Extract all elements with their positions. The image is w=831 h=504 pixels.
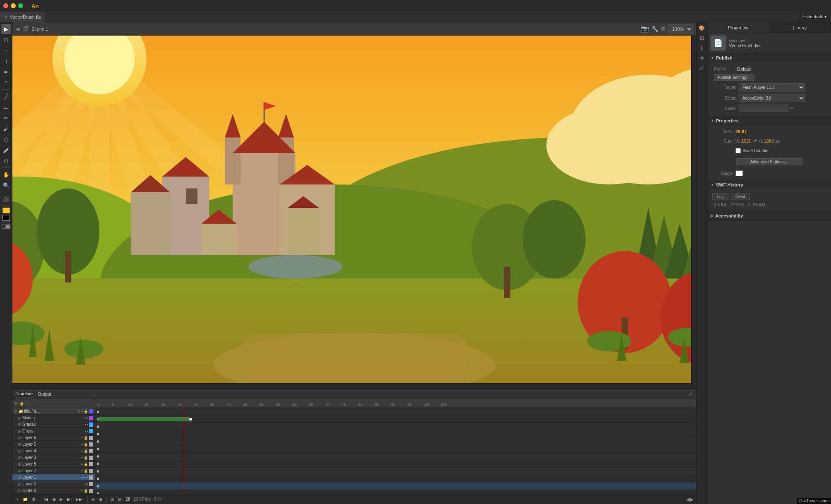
pen-tool[interactable]: ✒ — [1, 67, 11, 77]
insert-keyframe-btn[interactable]: ◈ — [90, 497, 96, 502]
free-transform-tool[interactable]: ⊹ — [1, 45, 11, 55]
paste-frames-btn[interactable]: ⊟ — [117, 497, 122, 502]
clear-button[interactable]: Clear — [731, 193, 750, 200]
insert-frame-btn[interactable]: ◉ — [98, 497, 104, 502]
ruler-mark-60: 60 — [292, 403, 297, 407]
log-button[interactable]: Log — [712, 193, 728, 200]
layer-row-8[interactable]: ⊞ Layer 8 • 🔒 — [12, 461, 95, 468]
snap-icon[interactable] — [2, 225, 6, 229]
eyedropper-tool[interactable]: 💉 — [1, 145, 11, 155]
layer-row-3[interactable]: ⊞ Layer 3 • 🔒 — [12, 454, 95, 461]
first-frame-btn[interactable]: |◀ — [43, 497, 50, 502]
lock-4[interactable]: 🔒 — [84, 449, 88, 453]
essentials-button[interactable]: Essentials ▾ — [798, 12, 831, 22]
zoom-select[interactable]: 100% — [668, 24, 693, 33]
layer-row-6[interactable]: ⊞ Layer 6 • 🔒 — [12, 435, 95, 441]
panel-icon-extra[interactable]: 🖊 — [698, 64, 706, 72]
layer-row-2[interactable]: ⊞ Layer 2 • • — [12, 481, 95, 487]
target-select[interactable]: Flash Player 11.2 — [739, 83, 805, 91]
new-layer-btn[interactable]: + — [15, 497, 20, 502]
class-edit-icon[interactable]: ✏ — [790, 106, 794, 111]
rect-tool[interactable]: ▭ — [1, 102, 11, 112]
layer-row-1[interactable]: ⊞ Layer 1 ✏ • • — [12, 474, 95, 481]
pencil-tool[interactable]: ✏ — [1, 113, 11, 123]
select-tool[interactable]: ▶ — [1, 24, 11, 34]
timeline-options-icon[interactable]: ≡ — [690, 391, 693, 397]
layer-row-group[interactable]: ▼ 📁 title / a... ✕ • 🔒 — [12, 408, 95, 415]
layer-row-grass[interactable]: ⊞ Grass • • — [12, 428, 95, 435]
tab-close-icon[interactable]: ✕ — [4, 14, 7, 19]
properties-tab[interactable]: Properties — [707, 22, 769, 33]
lock-8[interactable]: 🔒 — [84, 462, 88, 466]
tab-output[interactable]: Output — [38, 391, 51, 397]
file-tab[interactable]: ✕ VectorBrush.fla — [0, 12, 46, 22]
fill-color-swatch[interactable] — [2, 215, 10, 221]
last-frame-btn[interactable]: ▶▶| — [74, 497, 85, 502]
panel-icon-align[interactable]: ⊜ — [698, 54, 706, 62]
layer-icons-2: • • — [85, 482, 93, 486]
accessibility-header[interactable]: ▶ Accessibility — [707, 211, 831, 220]
layer-row-content[interactable]: ⊞ content • 🔒 — [12, 487, 95, 494]
wrench-icon[interactable]: 🔧 — [651, 26, 659, 32]
lock-layer-icon[interactable]: 🔒 — [84, 409, 88, 413]
library-tab[interactable]: Library — [769, 22, 831, 33]
snap-icon-2[interactable] — [6, 225, 10, 229]
swf-history-section: ▼ SWF History Log Clear 2.4 KB 11/2/10 1… — [707, 180, 831, 211]
close-button[interactable] — [3, 3, 8, 8]
next-frame-btn[interactable]: ▶| — [66, 497, 73, 502]
play-btn[interactable]: ▶ — [58, 497, 64, 502]
eraser-tool[interactable]: ◻ — [1, 156, 11, 166]
lasso-tool[interactable]: ⌇ — [1, 56, 11, 66]
back-arrow-icon[interactable]: ◀ — [16, 26, 19, 32]
layer-row-motion[interactable]: ⊞ Motion • • — [12, 415, 95, 421]
brush-tool[interactable]: 🖌 — [1, 124, 11, 134]
scale-content-checkbox[interactable] — [735, 148, 741, 153]
layer-row-5[interactable]: ⊞ Layer 5 • 🔒 — [12, 441, 95, 448]
lock-7[interactable]: 🔒 — [84, 469, 88, 473]
publish-settings-button[interactable]: Publish Settings... — [714, 74, 754, 81]
canvas-scrollbar-vertical[interactable] — [691, 36, 696, 388]
text-tool[interactable]: T — [1, 78, 11, 88]
panel-icon-grid[interactable]: ⊞ — [698, 34, 706, 42]
panel-icon-palette[interactable]: 🎨 — [698, 24, 706, 32]
copy-frames-btn[interactable]: ⊞ — [109, 497, 115, 502]
lock-6[interactable]: 🔒 — [84, 436, 88, 440]
playhead[interactable] — [184, 408, 184, 494]
link-icon[interactable]: ⇄ — [753, 138, 757, 144]
timeline-scroll-icon[interactable]: ◀▶ — [686, 497, 694, 502]
lock-5[interactable]: 🔒 — [84, 442, 88, 447]
hand-tool[interactable]: ✋ — [1, 170, 11, 179]
layer-row-grass2[interactable]: ⊞ Grass2 • • — [12, 421, 95, 428]
delete-layer-btn[interactable]: 🗑 — [31, 497, 37, 502]
close-layer-icon[interactable]: ✕ — [77, 409, 81, 413]
zoom-tool[interactable]: 🔍 — [1, 180, 11, 190]
script-select[interactable]: ActionScript 3.0 — [739, 94, 805, 102]
minimize-button[interactable] — [11, 3, 16, 8]
stroke-color-swatch[interactable] — [2, 208, 10, 213]
publish-section-header[interactable]: ▼ Publish — [707, 53, 831, 62]
grid-icon[interactable]: ⊞ — [661, 26, 666, 32]
canvas-scrollbar-horizontal[interactable] — [12, 383, 691, 388]
frame-tracks[interactable] — [95, 408, 696, 494]
maximize-button[interactable] — [18, 3, 23, 8]
layer-row-4[interactable]: ⊞ Layer 4 • 🔒 — [12, 448, 95, 454]
layer-row-7[interactable]: ⊞ Layer 7 • 🔒 — [12, 468, 95, 474]
panel-icon-info[interactable]: ℹ — [698, 44, 706, 52]
advanced-settings-button[interactable]: Advanced Settings... — [736, 158, 802, 165]
camera-canvas-icon[interactable]: 📷 — [641, 25, 649, 33]
folder-icon: 📁 — [19, 409, 23, 413]
stage-color-swatch[interactable] — [735, 170, 743, 176]
new-folder-btn[interactable]: 📁 — [22, 497, 29, 502]
lock-3[interactable]: 🔒 — [84, 456, 88, 460]
line-tool[interactable]: ╱ — [1, 91, 11, 101]
swf-history-header[interactable]: ▼ SWF History — [707, 180, 831, 189]
camera-tool[interactable]: 🎥 — [1, 194, 11, 204]
paint-bucket-tool[interactable]: ⬡ — [1, 134, 11, 144]
tab-timeline[interactable]: Timeline — [16, 390, 33, 397]
swf-section-label: SWF History — [716, 182, 743, 187]
properties-sub-header[interactable]: ▼ Properties — [707, 116, 831, 125]
prev-frame-btn[interactable]: ◀ — [51, 497, 57, 502]
lock-c[interactable]: 🔒 — [84, 489, 88, 493]
subselect-tool[interactable]: ◻ — [1, 35, 11, 45]
class-input[interactable] — [739, 105, 788, 112]
